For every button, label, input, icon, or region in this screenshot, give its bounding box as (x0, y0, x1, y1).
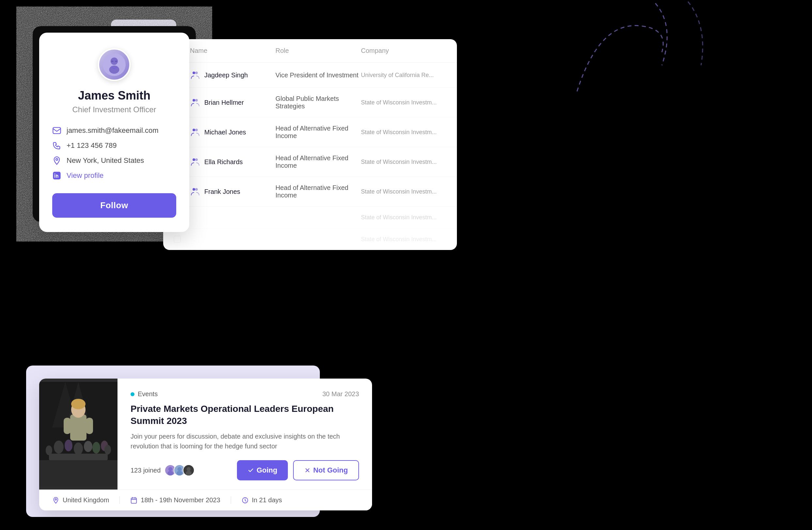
x-icon (304, 467, 311, 473)
svg-point-26 (104, 445, 111, 455)
person-cell: Frank Jones (190, 186, 275, 197)
company-cell: University of California Re... (361, 72, 447, 79)
company-cell: State of Wisconsin Investm... (361, 188, 447, 195)
event-card-main: Events 30 Mar 2023 Private Markets Opera… (39, 379, 372, 489)
person-icon (190, 97, 200, 108)
svg-point-21 (74, 443, 83, 455)
linkedin-link[interactable]: View profile (67, 171, 103, 180)
event-content: Events 30 Mar 2023 Private Markets Opera… (117, 379, 372, 489)
mini-avatar-img (184, 465, 194, 475)
event-card-wrapper: Events 30 Mar 2023 Private Markets Opera… (39, 379, 372, 511)
table-header: Name Role Company (163, 39, 457, 63)
table-row: Frank Jones Head of Alternative Fixed In… (163, 177, 457, 207)
svg-point-39 (177, 471, 183, 475)
linkedin-icon (52, 171, 61, 180)
profile-phone-row: +1 123 456 789 (52, 141, 176, 150)
event-card: Events 30 Mar 2023 Private Markets Opera… (39, 379, 372, 511)
profile-location-row: New York, United States (52, 156, 176, 165)
profile-phone: +1 123 456 789 (67, 141, 117, 150)
svg-rect-4 (115, 60, 117, 62)
mini-avatar (183, 465, 194, 476)
phone-icon (52, 141, 61, 150)
event-category: Events (131, 390, 158, 398)
table-row: Michael Jones Head of Alternative Fixed … (163, 117, 457, 147)
svg-point-43 (55, 498, 57, 500)
col-company: Company (361, 47, 447, 55)
svg-point-16 (192, 188, 195, 191)
svg-point-41 (187, 467, 191, 471)
table-row: Ella Richards Head of Alternative Fixed … (163, 147, 457, 177)
col-name: Name (190, 47, 275, 55)
role-cell: Global Public Markets Strategies (275, 95, 361, 110)
joined-count: 123 joined (131, 467, 161, 474)
svg-point-2 (109, 65, 119, 74)
role-cell: Vice President of Investment (275, 72, 361, 79)
person-cell: Ella Richards (190, 157, 275, 167)
person-icon (190, 157, 200, 167)
avatar-group (164, 465, 194, 476)
profile-linkedin-row[interactable]: View profile (52, 171, 176, 180)
going-button[interactable]: Going (237, 460, 288, 481)
profile-email: james.smith@fakeemail.com (67, 126, 159, 135)
event-category-dot (131, 392, 134, 396)
company-cell: State of Wisconsin Investm... (361, 129, 447, 136)
svg-point-6 (56, 159, 58, 161)
clock-icon (242, 497, 249, 504)
avatar (98, 48, 131, 81)
svg-rect-33 (49, 454, 108, 460)
role-cell: Head of Alternative Fixed Income (275, 154, 361, 170)
event-category-label: Events (138, 390, 158, 398)
svg-point-19 (54, 441, 64, 454)
email-icon (52, 126, 61, 135)
svg-point-11 (195, 99, 198, 102)
event-countdown-item: In 21 days (242, 496, 282, 504)
event-location: United Kingdom (63, 496, 109, 504)
svg-point-8 (192, 72, 195, 74)
event-date: 30 Mar 2023 (322, 390, 359, 398)
table-row: Jagdeep Singh Vice President of Investme… (163, 63, 457, 88)
profile-info: james.smith@fakeemail.com +1 123 456 789… (52, 126, 176, 180)
role-cell: Head of Alternative Fixed Income (275, 184, 361, 199)
svg-point-17 (195, 188, 198, 191)
event-actions-row: 123 joined (131, 460, 359, 481)
svg-point-9 (195, 72, 198, 74)
svg-point-12 (192, 129, 195, 131)
not-going-button[interactable]: Not Going (293, 460, 359, 481)
svg-rect-27 (70, 414, 86, 441)
role-cell: Head of Alternative Fixed Income (275, 125, 361, 140)
svg-rect-44 (131, 498, 137, 503)
event-countdown: In 21 days (252, 496, 282, 504)
svg-point-42 (186, 471, 192, 475)
avatar-image (103, 53, 126, 76)
event-image (39, 379, 117, 489)
svg-point-36 (168, 471, 173, 475)
svg-point-10 (192, 99, 195, 102)
profile-name: James Smith (52, 89, 176, 102)
svg-rect-31 (86, 418, 93, 434)
person-cell: Jagdeep Singh (190, 70, 275, 80)
person-cell: Michael Jones (190, 127, 275, 137)
svg-point-15 (195, 158, 198, 161)
calendar-icon (130, 497, 137, 504)
person-icon (190, 186, 200, 197)
event-title: Private Markets Operational Leaders Euro… (131, 403, 359, 427)
company-cell: State of Wisconsin Investm... (361, 159, 447, 165)
event-joined-info: 123 joined (131, 465, 194, 476)
svg-rect-3 (111, 60, 114, 62)
event-description: Join your peers for discussion, debate a… (131, 431, 359, 451)
company-cell: State of Wisconsin Investm... (361, 214, 447, 221)
going-label: Going (257, 466, 277, 474)
table-row: Brian Hellmer Global Public Markets Stra… (163, 88, 457, 117)
person-cell: Brian Hellmer (190, 97, 275, 108)
event-scene-svg (39, 379, 117, 489)
follow-button[interactable]: Follow (52, 193, 176, 218)
event-dates: 18th - 19th November 2023 (141, 496, 220, 504)
row-checkbox[interactable] (174, 236, 181, 243)
company-cell: State of Wisconsin Investm... (361, 236, 447, 243)
svg-rect-5 (53, 128, 60, 134)
profile-location: New York, United States (67, 156, 144, 165)
svg-point-38 (177, 467, 182, 471)
profile-card: James Smith Chief Investment Officer jam… (39, 33, 189, 232)
svg-point-29 (71, 399, 86, 409)
svg-point-14 (192, 158, 195, 161)
